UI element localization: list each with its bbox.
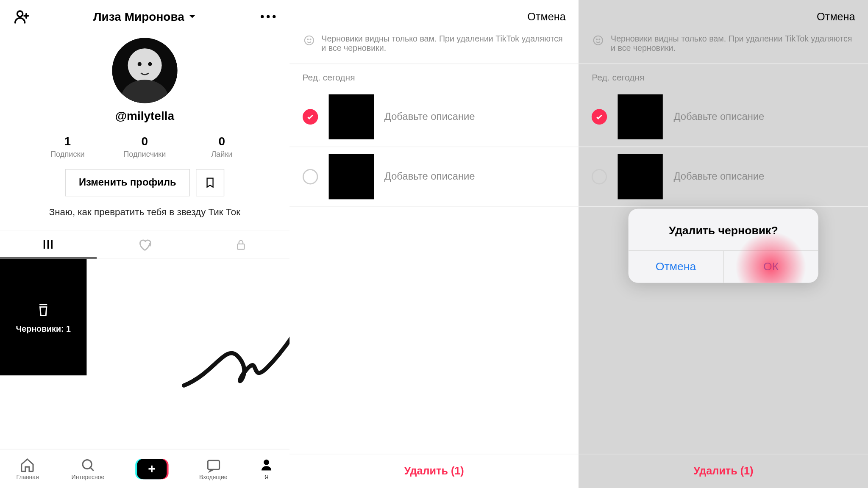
content-tabs [0,231,289,259]
avatar[interactable] [112,38,177,103]
draft-thumbnail [328,154,373,199]
cancel-button[interactable]: Отмена [817,11,855,23]
username-handle: @milytella [0,109,289,123]
svg-point-16 [594,36,603,45]
draft-description: Добавьте описание [384,171,475,183]
nav-home[interactable]: Главная [16,457,39,480]
svg-point-1 [261,15,264,18]
draft-checkbox-checked[interactable] [303,109,318,125]
tab-grid[interactable] [0,231,97,258]
modal-cancel-button[interactable]: Отмена [629,251,724,283]
svg-point-14 [307,39,308,40]
svg-rect-9 [238,244,245,250]
modal-title: Удалить черновик? [629,209,818,250]
drafts-screen: Отмена Черновики видны только вам. При у… [289,0,579,488]
confirm-modal: Удалить черновик? Отмена ОК [629,209,818,283]
chevron-down-icon [188,12,196,21]
drafts-tile-label: Черновики: 1 [16,324,71,333]
draft-description: Добавьте описание [384,111,475,123]
stat-likes[interactable]: 0 Лайки [195,135,248,158]
edit-profile-button[interactable]: Изменить профиль [65,169,190,196]
delete-button[interactable]: Удалить (1) [579,454,868,488]
stat-following[interactable]: 1 Подписки [41,135,94,158]
smile-icon [592,34,605,47]
more-icon[interactable] [260,14,276,19]
draft-checkbox[interactable] [303,169,318,184]
svg-point-0 [17,11,23,17]
draft-item[interactable]: Добавьте описание [289,87,579,147]
nav-discover[interactable]: Интересное [72,457,105,480]
svg-point-17 [596,39,597,40]
drafts-screen-with-modal: Отмена Черновики видны только вам. При у… [579,0,868,488]
delete-button[interactable]: Удалить (1) [289,454,579,488]
svg-point-10 [83,460,92,469]
svg-point-13 [304,36,313,45]
draft-checkbox[interactable] [592,169,607,184]
bio-text: Знаю, как превратить тебя в звезду Тик Т… [0,207,289,218]
svg-point-18 [599,39,600,40]
bottom-nav: Главная Интересное + Входящие Я [0,449,289,488]
drafts-section-label: Ред. сегодня [289,64,579,87]
cancel-button[interactable]: Отмена [527,11,565,23]
stats-row: 1 Подписки 0 Подписчики 0 Лайки [0,135,289,158]
svg-point-15 [310,39,311,40]
modal-ok-button[interactable]: ОК [724,251,818,283]
tab-private[interactable] [193,231,289,258]
nav-inbox[interactable]: Входящие [199,457,227,480]
add-friend-icon[interactable] [13,8,30,25]
draft-item[interactable]: Добавьте описание [579,147,868,207]
draft-item[interactable]: Добавьте описание [579,87,868,147]
drafts-hint: Черновики видны только вам. При удалении… [289,34,579,64]
svg-point-3 [273,15,275,18]
draft-thumbnail [328,94,373,139]
profile-screen: Лиза Миронова @milytella 1 Подписки 0 П [0,0,289,488]
svg-point-12 [264,460,269,465]
profile-name: Лиза Миронова [93,10,184,23]
bookmark-button[interactable] [196,169,224,196]
smile-icon [303,34,316,47]
svg-point-5 [128,48,161,82]
stat-followers[interactable]: 0 Подписчики [118,135,171,158]
nav-create-button[interactable]: + [137,459,167,479]
svg-point-7 [137,62,141,66]
nav-me[interactable]: Я [260,457,273,480]
drafts-tile[interactable]: Черновики: 1 [0,259,86,375]
drafts-section-label: Ред. сегодня [579,64,868,87]
draft-checkbox-checked[interactable] [592,109,607,125]
draft-thumbnail [618,154,663,199]
draft-thumbnail [618,94,663,139]
svg-point-8 [148,62,152,66]
profile-name-dropdown[interactable]: Лиза Миронова [93,10,196,23]
draft-description: Добавьте описание [673,111,764,123]
drafts-hint: Черновики видны только вам. При удалении… [579,34,868,64]
tab-liked[interactable] [97,231,193,258]
draft-description: Добавьте описание [673,171,764,183]
draft-item[interactable]: Добавьте описание [289,147,579,207]
svg-point-2 [267,15,270,18]
svg-rect-11 [208,460,219,469]
